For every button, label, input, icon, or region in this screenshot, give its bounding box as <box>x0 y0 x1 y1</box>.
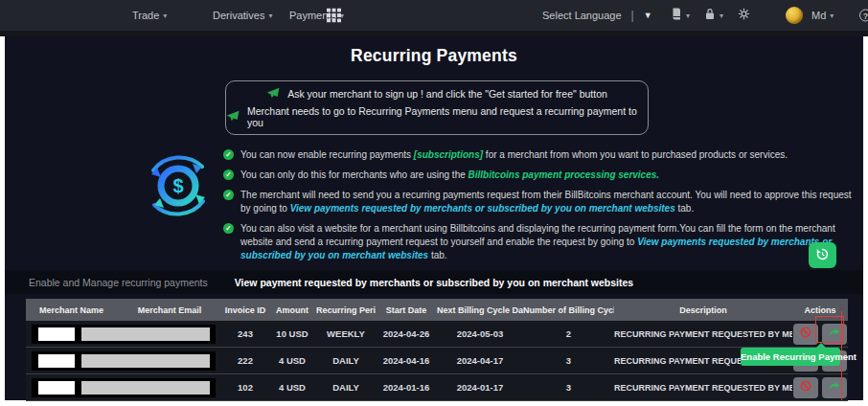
menu-trade-label: Trade <box>132 10 159 21</box>
divider: | <box>631 9 634 22</box>
merchant-instructions-box: Ask your merchant to sign up ! and click… <box>225 80 649 135</box>
check-icon: ✓ <box>223 223 234 234</box>
recurring-period-cell: DAILY <box>316 355 376 366</box>
next-billing-cell: 2024-01-17 <box>437 382 523 393</box>
enable-payment-button[interactable] <box>822 377 847 398</box>
menu-trade[interactable]: Trade ▾ <box>132 10 167 21</box>
bullet-text: You can only do this for merchants who a… <box>240 169 468 180</box>
cancel-payment-button[interactable] <box>793 377 818 398</box>
bullet-text: tab. <box>675 203 694 214</box>
col-recurring-period: Recurring Period <box>316 305 376 315</box>
top-nav: Trade ▾ Derivatives ▾ Payments ▾ Select … <box>0 0 868 31</box>
col-amount: Amount <box>268 305 316 315</box>
bullet-item: ✓ You can also visit a website for a mer… <box>223 222 861 262</box>
amount-cell: 10 USD <box>268 328 316 339</box>
settings-button[interactable] <box>738 7 750 24</box>
start-date-cell: 2024-04-16 <box>376 355 437 366</box>
instruction-text: Ask your merchant to sign up ! and click… <box>287 88 607 100</box>
actions-cell <box>792 324 848 345</box>
tab-enable-manage[interactable]: Enable and Manage recurring payments <box>29 277 208 288</box>
bullet-item: ✓ The merchant will need to send you a r… <box>223 189 861 215</box>
check-icon: ✓ <box>223 149 234 160</box>
amount-cell: 4 USD <box>268 355 316 366</box>
bullet-text: tab. <box>428 250 446 260</box>
apps-grid-icon[interactable] <box>327 9 341 23</box>
col-actions: Actions <box>792 305 848 315</box>
user-label: Md <box>811 10 826 21</box>
col-invoice-id: Invoice ID <box>222 305 268 315</box>
orders-menu[interactable]: ▾ <box>671 7 690 24</box>
chevron-down-icon: ▾ <box>720 11 723 20</box>
table-row: 243 10 USD WEEKLY 2024-04-26 2024-05-03 … <box>26 321 848 348</box>
refresh-button[interactable] <box>809 242 836 268</box>
col-merchant-name: Merchant Name <box>26 305 117 315</box>
redacted-merchant-info <box>32 378 216 397</box>
next-billing-cell: 2024-05-03 <box>437 328 523 339</box>
col-next-billing-cycle-date: Next Billing Cycle Date <box>437 305 523 315</box>
chevron-down-icon: ▾ <box>686 11 690 20</box>
cancel-icon <box>799 326 812 342</box>
redacted-merchant-info <box>32 351 216 371</box>
chevron-down-icon: ▾ <box>268 11 272 20</box>
svg-text:$: $ <box>172 175 183 196</box>
help-icon: ? <box>859 10 868 22</box>
col-start-date: Start Date <box>376 305 437 315</box>
book-icon <box>671 7 682 24</box>
redacted-merchant-info <box>32 325 216 344</box>
user-menu[interactable]: Md ▾ <box>786 7 834 24</box>
recurring-period-cell: WEEKLY <box>316 328 376 339</box>
menu-derivatives-label: Derivatives <box>213 10 264 21</box>
check-icon: ✓ <box>223 169 234 180</box>
language-selector[interactable]: Select Language | ▼ <box>542 9 652 22</box>
amount-cell: 4 USD <box>268 382 316 393</box>
tab-bar: Enable and Manage recurring payments Vie… <box>5 270 863 294</box>
col-description: Description <box>614 305 792 315</box>
bullet-text: You can now enable recurring payments <box>240 149 414 160</box>
recurring-dollar-icon: $ <box>139 142 217 234</box>
recurring-payments-table: Merchant Name Merchant Email Invoice ID … <box>26 299 848 401</box>
cancel-icon <box>799 379 812 395</box>
start-date-cell: 2024-01-16 <box>376 382 437 393</box>
actions-cell <box>792 377 848 398</box>
tab-view-requested[interactable]: View payment requested by merchants or s… <box>235 277 633 288</box>
enable-recurring-tooltip: Enable Recurring Payment <box>741 348 840 366</box>
paper-plane-icon <box>226 110 240 124</box>
main-panel: Recurring Payments Ask your merchant to … <box>5 36 863 400</box>
menu-derivatives[interactable]: Derivatives ▾ <box>213 10 272 21</box>
security-menu[interactable]: ▾ <box>704 7 723 24</box>
help-button[interactable]: ? <box>859 10 868 22</box>
instruction-line: Merchant needs to go to Recurring Paymen… <box>226 105 648 128</box>
instruction-line: Ask your merchant to sign up ! and click… <box>266 87 607 101</box>
col-merchant-email: Merchant Email <box>117 305 222 315</box>
table-row: 222 4 USD DAILY 2024-04-16 2024-04-17 3 … <box>26 348 848 374</box>
invoice-id-cell: 243 <box>222 328 268 339</box>
instruction-text: Merchant needs to go to Recurring Paymen… <box>247 105 648 128</box>
check-icon: ✓ <box>223 190 234 200</box>
forward-arrow-icon <box>828 326 841 342</box>
recurring-period-cell: DAILY <box>316 382 376 393</box>
app-root: Trade ▾ Derivatives ▾ Payments ▾ Select … <box>0 0 868 406</box>
cancel-payment-button[interactable] <box>793 324 818 345</box>
nav-shadow-band <box>0 31 868 36</box>
bullet-highlight: [subscriptions] <box>414 149 483 160</box>
language-label: Select Language <box>542 10 622 21</box>
invoice-id-cell: 102 <box>222 382 268 393</box>
table-header-row: Merchant Name Merchant Email Invoice ID … <box>26 299 848 321</box>
lock-icon <box>704 7 716 24</box>
paper-plane-icon <box>266 87 280 101</box>
chevron-down-icon: ▾ <box>830 11 834 20</box>
description-cell: RECURRING PAYMENT REQUESTED BY MERCHANT <box>614 329 792 339</box>
chevron-down-icon: ▾ <box>163 11 167 20</box>
avatar <box>786 7 803 24</box>
col-number-of-billing-cycles: Number of Billing Cycles <box>523 305 614 315</box>
page-title: Recurring Payments <box>5 46 863 66</box>
start-date-cell: 2024-04-26 <box>376 328 437 339</box>
next-billing-cell: 2024-04-17 <box>437 355 523 366</box>
enable-payment-button[interactable] <box>822 324 847 345</box>
billing-cycles-cell: 3 <box>523 355 614 366</box>
table-row: 102 4 USD DAILY 2024-01-16 2024-01-17 3 … <box>26 374 848 401</box>
bullet-link[interactable]: View payments requested by merchants or … <box>290 203 675 214</box>
description-cell: RECURRING PAYMENT REQUESTED BY MERCHANT <box>614 383 792 393</box>
bullet-item: ✓ You can only do this for merchants who… <box>223 169 861 182</box>
history-refresh-icon <box>815 247 830 264</box>
